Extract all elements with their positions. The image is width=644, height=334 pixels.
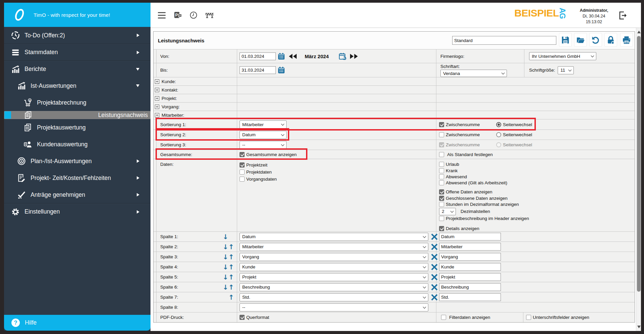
spalte-3-select[interactable]: Vorgang (240, 253, 428, 261)
dezimalstellen-select[interactable]: 2 (439, 208, 456, 215)
zwischensumme-1-checkbox[interactable] (439, 122, 444, 127)
projektzeit-checkbox[interactable] (240, 162, 245, 168)
move-up-icon[interactable]: ↑ (228, 243, 234, 251)
sidebar-item-ist-auswertungen[interactable]: Ist-Auswertungen (4, 77, 151, 94)
zwischensumme-3-checkbox[interactable] (439, 142, 444, 147)
sidebar-item-einstellungen[interactable]: Einstellungen (4, 203, 151, 220)
calendar-reset-icon[interactable] (339, 53, 347, 60)
move-up-icon[interactable]: ↑ (228, 253, 234, 261)
projektbeschreibung-checkbox[interactable] (439, 216, 444, 221)
sidebar-item-hilfe[interactable]: ? Hilfe (4, 315, 151, 331)
seitenwechsel-1-radio[interactable] (496, 122, 501, 127)
spalte-7-title-input[interactable] (439, 293, 501, 301)
scrollbar-thumb[interactable] (637, 36, 641, 292)
schriftart-select[interactable]: Verdana (440, 70, 507, 77)
spalte-6-title-input[interactable] (439, 283, 501, 291)
krank-checkbox[interactable] (439, 168, 444, 173)
bis-date-input[interactable] (240, 66, 276, 74)
unterschriftsfelder-checkbox[interactable] (526, 315, 531, 320)
expand-plus-icon[interactable] (155, 79, 159, 84)
querformat-checkbox[interactable] (240, 315, 245, 320)
scroll-down-icon[interactable] (637, 326, 641, 328)
preset-name-input[interactable] (452, 36, 556, 45)
move-down-icon[interactable]: ↓ (223, 243, 228, 251)
sortierung-1-select[interactable]: Mitarbeiter (240, 120, 287, 128)
sidebar-item-leistungsnachweis[interactable]: Leistungsnachweis (4, 111, 151, 119)
move-down-icon[interactable]: ↓ (223, 233, 228, 240)
sidebar-item-stammdaten[interactable]: Stammdaten (4, 44, 151, 61)
spalte-7-select[interactable]: Std. (240, 293, 428, 301)
spalte-5-title-input[interactable] (439, 273, 501, 281)
move-up-icon[interactable]: ↑ (228, 294, 234, 301)
chart-icon (17, 81, 27, 90)
abwesend-arbeitszeit-checkbox[interactable] (439, 180, 444, 185)
spalte-4-select[interactable]: Kunde (240, 263, 428, 271)
zwischensumme-2-checkbox[interactable] (439, 132, 444, 137)
filterdaten-checkbox[interactable] (441, 315, 446, 320)
spalte-8-select[interactable]: -- (240, 303, 428, 311)
lock-button[interactable] (604, 33, 617, 47)
spalte-3-title-input[interactable] (439, 253, 501, 261)
calendar-icon[interactable] (278, 53, 285, 60)
gesamtsumme-checkbox[interactable] (240, 152, 245, 157)
spalte-6-select[interactable]: Beschreibung (240, 283, 428, 291)
clock-icon[interactable] (190, 11, 197, 19)
move-up-icon[interactable]: ↑ (228, 273, 234, 281)
als-standard-checkbox[interactable] (439, 152, 444, 157)
move-down-icon[interactable]: ↓ (223, 263, 228, 271)
move-up-icon[interactable]: ↑ (228, 263, 234, 271)
calendar-icon[interactable] (278, 67, 285, 74)
spalte-2-select[interactable]: Mitarbeiter (240, 243, 428, 251)
von-date-input[interactable] (240, 52, 276, 60)
vertical-scrollbar[interactable] (636, 28, 641, 331)
sidebar-item-antraege-genehmigen[interactable]: Anträge genehmigen (4, 186, 151, 203)
sidebar-item-projekt-zeit-kosten-fehlzeiten[interactable]: Projekt- Zeit/Kosten/Fehlzeiten (4, 170, 151, 186)
open-button[interactable] (574, 33, 587, 47)
sidebar-item-kundenauswertung[interactable]: Kundenauswertung (4, 136, 151, 153)
barrier-icon[interactable] (205, 11, 214, 19)
details-checkbox[interactable] (439, 226, 444, 231)
expand-plus-icon[interactable] (155, 96, 159, 101)
schriftart-label: Schriftart: (440, 64, 460, 69)
spalte-1-select[interactable]: Datum (240, 233, 428, 241)
spalte-4-title-input[interactable] (439, 263, 501, 271)
offene-daten-checkbox[interactable] (439, 189, 444, 194)
sidebar-item-berichte[interactable]: Berichte (4, 61, 151, 77)
spalte-2-title-input[interactable] (439, 243, 501, 251)
print-button[interactable] (620, 33, 633, 47)
abwesend-checkbox[interactable] (439, 174, 444, 179)
move-down-icon[interactable]: ↓ (223, 284, 228, 291)
firmenlogo-select[interactable]: Ihr Unternehmen GmbH (529, 52, 596, 60)
move-down-icon[interactable]: ↓ (223, 273, 228, 281)
expand-plus-icon[interactable] (155, 88, 159, 92)
undo-button[interactable] (589, 33, 602, 47)
sortierung-2-select[interactable]: Datum (240, 131, 287, 139)
move-up-icon[interactable]: ↑ (228, 284, 234, 291)
save-button[interactable] (559, 33, 572, 47)
move-down-icon[interactable]: ↓ (223, 253, 228, 261)
seitenwechsel-3-radio[interactable] (496, 142, 501, 147)
schriftgroesse-select[interactable]: 11 (558, 66, 574, 74)
vorgangsdaten-checkbox[interactable] (240, 177, 245, 182)
scroll-up-icon[interactable] (637, 31, 641, 33)
previous-month-icon[interactable] (288, 54, 297, 59)
expand-plus-icon[interactable] (155, 113, 159, 117)
sidebar-item-plan-ist-auswertungen[interactable]: Plan-/Ist-Auswertungen (4, 153, 151, 170)
sidebar-item-projektabrechnung[interactable]: $ Projektabrechnung (4, 94, 151, 111)
top-bar: P BEISPIEL AG Administrator, Di, 30.04.2… (151, 3, 641, 28)
seitenwechsel-2-radio[interactable] (496, 132, 501, 137)
expand-plus-icon[interactable] (155, 105, 159, 109)
geschlossene-daten-checkbox[interactable] (439, 196, 444, 201)
sidebar-item-projektauswertung[interactable]: Projektauswertung (4, 119, 151, 136)
project-icon[interactable]: P (173, 11, 182, 19)
sidebar-item-todo[interactable]: To-Do (Offen:2) (4, 27, 151, 44)
next-month-icon[interactable] (349, 54, 358, 59)
spalte-1-title-input[interactable] (439, 233, 501, 240)
urlaub-checkbox[interactable] (439, 162, 444, 167)
logout-icon[interactable] (618, 11, 628, 22)
projektdaten-checkbox[interactable] (240, 170, 245, 175)
spalte-5-select[interactable]: Projekt (240, 273, 428, 281)
sortierung-3-select[interactable]: -- (240, 141, 287, 149)
menu-icon[interactable] (158, 12, 166, 18)
dezimalformat-checkbox[interactable] (439, 202, 444, 207)
